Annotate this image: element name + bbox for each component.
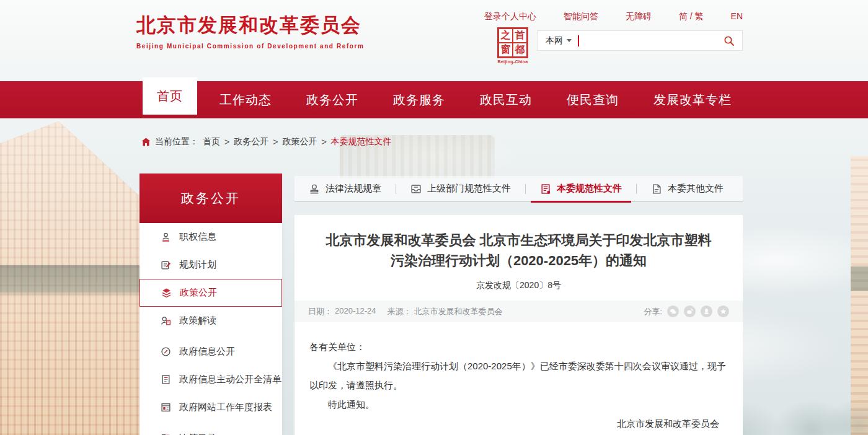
nav-item-work-news[interactable]: 工作动态 [202,81,289,118]
full-list-icon [161,374,171,385]
date-value: 2020-12-24 [335,306,376,317]
interpretation-icon [161,315,171,326]
breadcrumb-home[interactable]: 首页 [203,136,220,147]
search-button[interactable] [716,35,742,46]
sidebar-item-decision-catalog[interactable]: 决策目录 [140,424,282,435]
tab-label: 本委其他文件 [668,183,724,195]
article-body: 各有关单位： 《北京市塑料污染治理行动计划（2020-2025年）》已经市委深改… [294,322,743,433]
nav-item-home[interactable]: 首页 [143,77,197,115]
seal-grid-icon: 之 首 窗 都 [497,27,528,58]
breadcrumb-separator: > [321,137,326,147]
nav-item-reform-special[interactable]: 发展改革专栏 [636,81,749,118]
breadcrumb-current: 本委规范性文件 [331,136,392,147]
article-title: 北京市发展和改革委员会 北京市生态环境局关于印发北京市塑料 污染治理行动计划（2… [314,230,724,271]
chevron-down-icon [567,39,572,42]
sidebar-item-label: 政府信息主动公开全清单 [179,374,281,385]
inbox-doc-icon [410,183,422,195]
palace-roof-left-background [0,121,140,435]
article-title-line1: 北京市发展和改革委员会 北京市生态环境局关于印发北京市塑料 [314,230,724,250]
tab-commission-normative-docs[interactable]: 本委规范性文件 [526,176,636,201]
document-number: 京发改规〔2020〕8号 [294,280,743,291]
breadcrumb: 当前位置： 首页 > 政务公开 > 政策公开 > 本委规范性文件 [141,136,392,147]
login-personal-center-link[interactable]: 登录个人中心 [484,11,536,22]
seal-caption: Beijing-China [496,59,529,64]
sidebar-item-proactive-disclosure-list[interactable]: 政府信息主动公开全清单 [140,366,282,393]
page: 北京市发展和改革委员会 Beijing Municipal Commission… [0,0,868,435]
sidebar-item-label: 决策目录 [179,433,216,435]
gov-info-icon [161,346,171,357]
authority-icon [161,232,171,242]
sidebar-item-website-annual-report[interactable]: 政府网站工作年度报表 [140,393,282,421]
source-value: 北京市发展和改革委员会 [414,306,503,317]
sidebar-item-label: 政策解读 [179,315,216,327]
share-toolbar: 分享: [644,305,729,317]
favorite-share-icon[interactable] [717,305,729,317]
palace-beam-left-background [0,265,140,292]
sidebar-item-authority-info[interactable]: 职权信息 [140,223,282,251]
sidebar-item-policy-disclosure[interactable]: 政策公开 [140,279,282,307]
seal-char: 首 [513,29,527,43]
article-meta-left: 日期： 2020-12-24 来源： 北京市发展和改革委员会 [308,306,503,317]
nav-item-gov-services[interactable]: 政务服务 [376,81,463,118]
article-signature: 北京市发展和改革委员会 [309,414,728,433]
site-title: 北京市发展和改革委员会 [136,12,365,38]
search-scope-dropdown[interactable]: 本网 [538,35,577,46]
accessibility-link[interactable]: 无障碍 [626,11,652,22]
beijing-china-seal-logo[interactable]: 之 首 窗 都 Beijing-China [496,27,529,64]
doc-red-icon [540,183,551,195]
sidebar-item-policy-interpretation[interactable]: 政策解读 [140,307,282,335]
tab-label: 法律法规规章 [326,183,381,195]
sidebar-item-label: 规划计划 [179,259,216,271]
date-label: 日期： [308,306,332,317]
share-label: 分享: [644,306,662,317]
tab-label: 本委规范性文件 [557,183,622,195]
seal-char: 窗 [498,43,513,57]
seal-char: 都 [513,43,527,57]
nav-item-gov-disclosure[interactable]: 政务公开 [289,81,376,118]
search-input[interactable] [579,31,716,50]
top-utility-links: 登录个人中心 智能问答 无障碍 简 / 繁 EN [484,11,743,22]
sidebar-item-label: 政府信息公开 [179,346,235,358]
sidebar-item-planning[interactable]: 规划计划 [140,251,282,279]
source-label: 来源： [388,306,412,317]
smart-qa-link[interactable]: 智能问答 [564,11,598,22]
breadcrumb-gov-disclosure[interactable]: 政务公开 [234,136,268,147]
nav-item-public-interaction[interactable]: 政民互动 [463,81,549,118]
tab-laws-regulations[interactable]: 法律法规规章 [294,176,396,201]
article-title-line2: 污染治理行动计划（2020-2025年）的通知 [314,250,724,271]
tab-label: 上级部门规范性文件 [427,183,511,195]
palace-beam-right-background [851,266,868,291]
qq-share-icon[interactable] [701,305,712,317]
tab-superior-normative-docs[interactable]: 上级部门规范性文件 [396,176,525,201]
simplified-traditional-toggle[interactable]: 简 / 繁 [679,11,704,22]
article-meta-bar: 日期： 2020-12-24 来源： 北京市发展和改革委员会 分享: [294,301,743,322]
tab-commission-other-docs[interactable]: 本委其他文件 [637,176,738,201]
article-panel: 北京市发展和改革委员会 北京市生态环境局关于印发北京市塑料 污染治理行动计划（2… [294,215,743,435]
sidebar-item-label: 职权信息 [179,231,216,243]
breadcrumb-separator: > [224,137,229,147]
site-logo[interactable]: 北京市发展和改革委员会 Beijing Municipal Commission… [136,12,365,50]
site-subtitle: Beijing Municipal Commission of Developm… [136,43,365,50]
sidebar-title[interactable]: 政务公开 [140,174,282,223]
plan-icon [161,260,171,270]
wechat-share-icon[interactable] [667,305,679,317]
sidebar-item-label: 政策公开 [180,287,217,299]
english-link[interactable]: EN [731,11,743,22]
main-navigation: 首页 工作动态 政务公开 政务服务 政民互动 便民查询 发展改革专栏 [0,81,868,118]
article-paragraph: 特此通知。 [309,395,728,414]
breadcrumb-separator: > [273,137,278,147]
search-icon [724,35,735,46]
sidebar-menu: 职权信息 规划计划 政策公开 政策解读 政府信息公开 [140,223,282,435]
breadcrumb-prefix: 当前位置： [155,136,198,147]
policy-layers-icon [161,288,172,298]
annual-report-icon [161,402,171,413]
stamp-icon [309,183,320,195]
document-category-tabs: 法律法规规章 上级部门规范性文件 本委规范性文件 本委其他文件 [294,176,743,202]
breadcrumb-policy-disclosure[interactable]: 政策公开 [282,136,317,147]
doc-other-icon [651,183,662,195]
sidebar-item-gov-info-disclosure[interactable]: 政府信息公开 [140,338,282,366]
search-bar: 本网 [537,30,743,51]
weibo-share-icon[interactable] [684,305,696,317]
nav-item-convenience-query[interactable]: 便民查询 [549,81,636,118]
search-scope-label: 本网 [546,35,563,46]
